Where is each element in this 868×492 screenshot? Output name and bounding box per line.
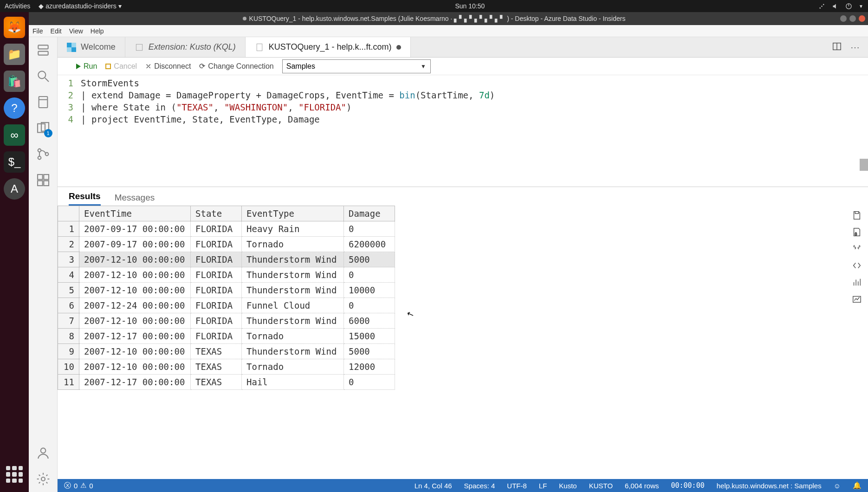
row-number-header[interactable]	[58, 206, 79, 221]
status-connection[interactable]: help.kusto.windows.net : Samples	[717, 482, 822, 490]
cell[interactable]: TEXAS	[191, 344, 242, 359]
cell[interactable]: 2007-09-17 00:00:00	[79, 221, 191, 237]
save-csv-icon[interactable]	[852, 210, 862, 220]
table-row[interactable]: 12007-09-17 00:00:00FLORIDAHeavy Rain0	[58, 221, 395, 237]
menu-view[interactable]: View	[69, 27, 83, 35]
column-header[interactable]: EventType	[242, 206, 344, 221]
cell[interactable]: Heavy Rain	[242, 221, 344, 237]
cell[interactable]: 10000	[344, 283, 395, 298]
cell[interactable]: 0	[344, 298, 395, 313]
visualizer-icon[interactable]	[852, 294, 862, 304]
cell[interactable]: Tornado	[242, 237, 344, 252]
activities-button[interactable]: Activities	[5, 2, 30, 10]
tab-welcome[interactable]: Welcome	[58, 37, 125, 57]
dock-updater[interactable]: A	[4, 178, 25, 200]
status-errors[interactable]: ⓧ0⚠0	[64, 481, 93, 490]
power-icon[interactable]	[845, 3, 852, 10]
row-number[interactable]: 4	[58, 267, 79, 283]
menu-help[interactable]: Help	[91, 27, 104, 35]
cell[interactable]: Tornado	[242, 329, 344, 344]
row-number[interactable]: 9	[58, 344, 79, 359]
status-feedback-icon[interactable]: ☺	[834, 482, 841, 490]
cell[interactable]: 6200000	[344, 237, 395, 252]
save-xml-icon[interactable]	[852, 260, 862, 271]
dock-terminal[interactable]: $_	[4, 151, 25, 173]
cell[interactable]: Thunderstorm Wind	[242, 267, 344, 283]
cell[interactable]: 2007-12-10 00:00:00	[79, 267, 191, 283]
column-header[interactable]: Damage	[344, 206, 395, 221]
cell[interactable]: Hail	[242, 375, 344, 390]
activity-source-control-icon[interactable]	[36, 147, 51, 162]
status-cursor[interactable]: Ln 4, Col 46	[415, 482, 452, 490]
change-connection-button[interactable]: ⟳Change Connection	[199, 62, 273, 71]
cell[interactable]: 5000	[344, 344, 395, 359]
cell[interactable]: 15000	[344, 329, 395, 344]
activity-servers-icon[interactable]	[36, 43, 51, 58]
cell[interactable]: 2007-12-10 00:00:00	[79, 344, 191, 359]
tab-kustoquery1[interactable]: KUSTOQuery_1 - help.k...ft.com)	[246, 37, 411, 57]
app-menu[interactable]: ◆ azuredatastudio-insiders ▾	[39, 2, 121, 10]
table-row[interactable]: 32007-12-10 00:00:00FLORIDAThunderstorm …	[58, 252, 395, 267]
cell[interactable]: 6000	[344, 313, 395, 329]
row-number[interactable]: 6	[58, 298, 79, 313]
database-select[interactable]: Samples	[282, 59, 431, 73]
cell[interactable]: 12000	[344, 359, 395, 375]
cell[interactable]: Thunderstorm Wind	[242, 252, 344, 267]
tab-extension-kusto[interactable]: Extension: Kusto (KQL)	[125, 37, 246, 57]
dock-firefox[interactable]: 🦊	[4, 17, 25, 38]
table-row[interactable]: 82007-12-17 00:00:00FLORIDATornado15000	[58, 329, 395, 344]
cell[interactable]: 0	[344, 221, 395, 237]
cell[interactable]: FLORIDA	[191, 221, 242, 237]
more-actions-icon[interactable]: ⋯	[850, 42, 860, 53]
status-language[interactable]: Kusto	[559, 482, 577, 490]
row-number[interactable]: 7	[58, 313, 79, 329]
editor-scrollbar-thumb[interactable]	[860, 159, 868, 171]
menu-edit[interactable]: Edit	[51, 27, 62, 35]
table-row[interactable]: 92007-12-10 00:00:00TEXASThunderstorm Wi…	[58, 344, 395, 359]
cancel-button[interactable]: Cancel	[105, 62, 137, 71]
chart-icon[interactable]	[852, 277, 862, 287]
column-header[interactable]: State	[191, 206, 242, 221]
row-number[interactable]: 2	[58, 237, 79, 252]
cell[interactable]: FLORIDA	[191, 267, 242, 283]
disconnect-button[interactable]: ⤫Disconnect	[145, 62, 191, 71]
cell[interactable]: Thunderstorm Wind	[242, 313, 344, 329]
cell[interactable]: 2007-12-17 00:00:00	[79, 329, 191, 344]
cell[interactable]: 0	[344, 375, 395, 390]
cell[interactable]: 2007-12-10 00:00:00	[79, 252, 191, 267]
status-bell-icon[interactable]: 🔔	[853, 481, 862, 490]
tray-chevron-icon[interactable]: ▼	[859, 4, 863, 9]
cell[interactable]: 2007-12-24 00:00:00	[79, 298, 191, 313]
cell[interactable]: FLORIDA	[191, 329, 242, 344]
activity-notebooks-icon[interactable]	[36, 95, 51, 110]
cell[interactable]: 0	[344, 267, 395, 283]
table-row[interactable]: 72007-12-10 00:00:00FLORIDAThunderstorm …	[58, 313, 395, 329]
cell[interactable]: FLORIDA	[191, 283, 242, 298]
dock-files[interactable]: 📁	[4, 44, 25, 65]
dock-apps-grid[interactable]	[6, 466, 23, 483]
cell[interactable]: Thunderstorm Wind	[242, 344, 344, 359]
table-row[interactable]: 112007-12-17 00:00:00TEXASHail0	[58, 375, 395, 390]
table-row[interactable]: 52007-12-10 00:00:00FLORIDAThunderstorm …	[58, 283, 395, 298]
status-eol[interactable]: LF	[539, 482, 547, 490]
tab-results[interactable]: Results	[69, 191, 101, 206]
row-number[interactable]: 3	[58, 252, 79, 267]
window-close-button[interactable]	[859, 15, 865, 22]
activity-extensions-icon[interactable]	[36, 173, 51, 188]
row-number[interactable]: 1	[58, 221, 79, 237]
table-row[interactable]: 42007-12-10 00:00:00FLORIDAThunderstorm …	[58, 267, 395, 283]
window-maximize-button[interactable]	[849, 15, 856, 22]
row-number[interactable]: 11	[58, 375, 79, 390]
network-icon[interactable]	[818, 3, 825, 10]
row-number[interactable]: 8	[58, 329, 79, 344]
dock-help[interactable]: ?	[4, 97, 25, 119]
cell[interactable]: FLORIDA	[191, 237, 242, 252]
cell[interactable]: 2007-12-10 00:00:00	[79, 313, 191, 329]
activity-search-icon[interactable]	[36, 69, 51, 84]
cell[interactable]: FLORIDA	[191, 313, 242, 329]
cell[interactable]: Funnel Cloud	[242, 298, 344, 313]
status-rows[interactable]: 6,004 rows	[625, 482, 659, 490]
tab-messages[interactable]: Messages	[115, 193, 155, 206]
activity-settings-icon[interactable]	[36, 472, 51, 486]
status-time[interactable]: 00:00:00	[671, 481, 704, 490]
